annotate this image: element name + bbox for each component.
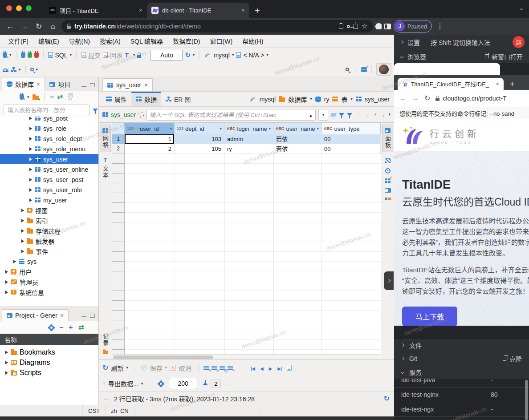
sort-icon[interactable] <box>269 127 271 131</box>
next-result-icon[interactable] <box>379 111 386 118</box>
apply-filter-icon[interactable] <box>310 111 313 118</box>
close-view-icon[interactable] <box>37 81 40 87</box>
cancel-icon[interactable] <box>170 365 176 371</box>
tab-project-general[interactable]: Project - Gener <box>2 309 69 321</box>
fetch-size-input[interactable] <box>169 378 197 389</box>
tree-item-views[interactable]: 视图 <box>0 205 98 215</box>
refresh-button[interactable]: 刷新 <box>111 363 123 372</box>
rollback-icon[interactable]: ↶ <box>103 52 108 58</box>
filter-icon[interactable] <box>93 109 98 112</box>
browser-menu-icon[interactable] <box>436 23 444 30</box>
sync-icon[interactable] <box>78 324 84 331</box>
breadcrumb-connection[interactable]: mysql <box>260 96 276 103</box>
first-row-icon[interactable] <box>251 365 255 371</box>
address-bar[interactable]: try.titanide.cn/ide/web/coding/db-client… <box>61 20 373 32</box>
schema-caret-icon[interactable] <box>266 53 269 57</box>
tree-item-sys-role-menu[interactable]: sys_role_menu <box>0 144 98 154</box>
save-button[interactable]: 保存 <box>150 363 162 372</box>
forward-button[interactable] <box>19 23 30 30</box>
commit-icon[interactable]: ✓ <box>81 52 86 58</box>
close-editor-icon[interactable] <box>144 82 148 88</box>
history-caret-icon[interactable] <box>193 53 195 57</box>
save-icon[interactable] <box>141 365 147 371</box>
profile-button[interactable]: J Paused <box>394 20 432 32</box>
menu-navigate[interactable]: 导航(N) <box>65 36 94 45</box>
active-connection-select[interactable]: mysql <box>213 52 230 59</box>
subtab-properties[interactable]: 属性 <box>102 92 131 106</box>
browser-tab-db-client[interactable]: db-client - TitanIDE <box>147 3 249 18</box>
fetch-all-icon[interactable] <box>203 382 208 385</box>
transaction-mode-icon[interactable]: T↓ <box>125 51 131 59</box>
save-caret-icon[interactable] <box>165 366 167 370</box>
breadcrumb-databases[interactable]: 数据库 <box>288 95 307 104</box>
project-item-diagrams[interactable]: Diagrams <box>0 357 98 368</box>
export-icon[interactable] <box>102 380 106 387</box>
cell-user-id[interactable]: 1 <box>125 134 175 144</box>
new-folder-icon[interactable]: + <box>33 96 39 100</box>
cell-user-type[interactable]: 00 <box>321 144 381 154</box>
transaction-log-icon[interactable] <box>185 51 191 59</box>
tree-item-sys-post[interactable]: sys_post <box>0 117 98 123</box>
service-row-nginx[interactable]: ide-test-nginx 80 <box>394 388 529 402</box>
tree-item-sys-user-online[interactable]: sys_user_online <box>0 164 98 174</box>
tree-item-my-user[interactable]: my_user <box>0 195 98 205</box>
tab-search-chevron-icon[interactable] <box>520 7 523 10</box>
tree-item-triggers[interactable]: 触发器 <box>0 236 98 246</box>
project-item-bookmarks[interactable]: Bookmarks <box>0 347 98 357</box>
expand-icon[interactable] <box>29 147 32 151</box>
expand-icon[interactable] <box>29 188 32 192</box>
close-tab-icon[interactable] <box>139 7 142 13</box>
tree-item-events[interactable]: 事件 <box>0 246 98 256</box>
close-window-button[interactable] <box>6 5 12 11</box>
reload-button[interactable] <box>424 95 430 102</box>
scrollbar-thumb[interactable] <box>113 355 213 359</box>
calc-panel-icon[interactable]: + <box>385 178 391 183</box>
network-caret-icon[interactable] <box>19 68 21 72</box>
cell-user-id[interactable]: 2 <box>125 144 175 154</box>
caret-icon[interactable] <box>310 97 312 101</box>
search-icon[interactable] <box>30 68 34 71</box>
delete-row-icon[interactable]: − <box>228 364 233 372</box>
column-header-user-name[interactable]: ABC user_name <box>273 123 321 134</box>
column-header-dept-id[interactable]: 123 dept_id <box>175 123 224 134</box>
collapse-all-icon[interactable] <box>59 324 63 331</box>
tree-item-sys-role[interactable]: sys_role <box>0 123 98 133</box>
previous-row-icon[interactable] <box>260 365 264 371</box>
preview-tab[interactable]: TitanIDE_CloudIDE_在线IDE_ <box>398 78 504 90</box>
menu-edit[interactable]: 编辑(E) <box>34 36 64 45</box>
maximize-view-icon[interactable] <box>90 83 95 87</box>
services-section[interactable]: 服务 <box>394 365 529 379</box>
new-connection-icon[interactable]: + <box>20 94 24 100</box>
sort-icon[interactable] <box>317 127 319 131</box>
grid-empty-area[interactable] <box>112 154 381 354</box>
expand-icon[interactable] <box>21 250 24 253</box>
record-mode-tab[interactable]: 记录 <box>100 330 110 358</box>
transaction-caret-icon[interactable] <box>133 53 135 57</box>
cell-login-name[interactable]: admin <box>224 134 273 144</box>
tree-item-system-info[interactable]: 系统信息 <box>0 287 98 297</box>
menu-search[interactable]: 搜索(A) <box>95 36 125 45</box>
sort-icon[interactable] <box>220 127 222 131</box>
close-tab-icon[interactable] <box>496 81 499 87</box>
close-view-icon[interactable] <box>60 312 64 319</box>
connection-caret-icon[interactable] <box>27 95 29 99</box>
expand-all-icon[interactable] <box>69 324 73 331</box>
cell-login-name[interactable]: ry <box>224 144 273 154</box>
back-button[interactable] <box>4 23 16 30</box>
export-caret-icon[interactable] <box>141 382 143 386</box>
browser-tab-project[interactable]: <t> 项目 - TitanIDE <box>45 3 147 18</box>
forward-button[interactable] <box>412 95 419 102</box>
status-more-icon[interactable] <box>103 396 110 402</box>
cell-dept-id[interactable]: 103 <box>175 134 224 144</box>
filter-history-dropdown[interactable] <box>318 109 328 121</box>
collapse-panel-handle[interactable] <box>384 271 394 290</box>
metadata-icon[interactable] <box>385 168 391 174</box>
maximize-view-icon[interactable] <box>90 314 95 318</box>
duplicate-row-icon[interactable]: ⊕ <box>220 364 225 372</box>
result-settings-icon[interactable] <box>159 381 163 386</box>
breadcrumb-database[interactable]: ry <box>324 96 330 103</box>
expand-icon[interactable] <box>29 198 32 202</box>
tree-item-sys-role-dept[interactable]: sys_role_dept <box>0 133 98 144</box>
dashboard-icon[interactable] <box>3 69 8 72</box>
clone-button[interactable]: 克隆 <box>503 354 522 363</box>
